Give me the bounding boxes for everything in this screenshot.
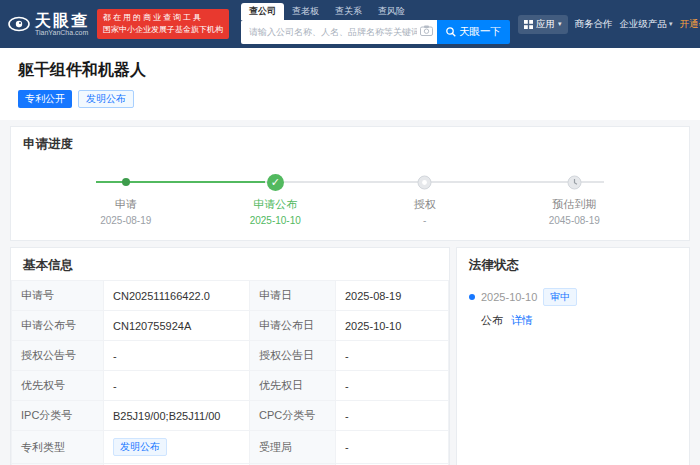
promo-banner-line1: 都在用的商业查询工具 (103, 12, 223, 24)
grid-icon (524, 20, 533, 29)
step-date: 2025-08-19 (51, 215, 201, 226)
progress-step-estimated-expiry: 预估到期 2045-08-19 (500, 173, 650, 226)
application-timeline: 申请 2025-08-19 ✓ 申请公布 2025-10-10 授权 - (11, 159, 689, 240)
step-date: - (350, 215, 500, 226)
legal-action-label: 公布 (481, 313, 503, 328)
logo-subtitle: TianYanCha.com (35, 29, 89, 36)
nav-label: 企业级产品 (620, 18, 668, 31)
info-label: 受理局 (250, 431, 336, 464)
info-value: 2025-10-10 (336, 311, 449, 341)
info-label: 申请公布日 (250, 311, 336, 341)
step-label: 申请 (51, 197, 201, 212)
search-tabs: 查公司 查老板 查关系 查风险 (241, 5, 510, 20)
info-value: 2025-08-19 (336, 281, 449, 311)
patent-type-badge: 发明公布 (113, 438, 167, 456)
table-row: 申请号 CN202511166422.0 申请日 2025-08-19 (12, 281, 449, 311)
tab-search-company[interactable]: 查公司 (241, 3, 284, 20)
tab-search-boss[interactable]: 查老板 (284, 3, 327, 20)
nav-label: 开通会员 (680, 18, 700, 31)
patent-title: 躯干组件和机器人 (18, 60, 682, 81)
table-row: IPC分类号 B25J19/00;B25J11/00 CPC分类号 - (12, 401, 449, 431)
info-value: CN120755924A (104, 311, 250, 341)
nav-enterprise-products[interactable]: 企业级产品 ▾ (620, 18, 673, 31)
search-input[interactable] (241, 20, 437, 44)
top-header: 天眼查 TianYanCha.com 都在用的商业查询工具 国家中小企业发展子基… (0, 0, 700, 48)
table-row: 授权公告号 - 授权公告日 - (12, 341, 449, 371)
section-title-legal-status: 法律状态 (457, 248, 689, 280)
done-dot-icon (122, 178, 130, 186)
info-value: - (104, 341, 250, 371)
info-label: 申请号 (12, 281, 104, 311)
search-icon (446, 27, 456, 37)
top-nav: 应用 ▾ 商务合作 企业级产品 ▾ 开通会员 ▾ 超级VIP ▾ (518, 15, 700, 34)
legal-status-item: 2025-10-10 审中 公布 详情 (457, 280, 689, 336)
info-label: 授权公告日 (250, 341, 336, 371)
nav-business-cooperation[interactable]: 商务合作 (575, 18, 613, 31)
info-value: - (336, 401, 449, 431)
step-label: 授权 (350, 197, 500, 212)
info-value: - (104, 371, 250, 401)
nav-label: 商务合作 (575, 18, 613, 31)
application-progress-card: 申请进度 申请 2025-08-19 ✓ 申请公布 2025-10-10 (10, 126, 690, 241)
legal-status-date: 2025-10-10 (481, 291, 537, 303)
info-label: 优先权日 (250, 371, 336, 401)
main-content: 基本信息 申请号 CN202511166422.0 申请日 2025-08-19… (10, 247, 690, 465)
info-value: - (336, 341, 449, 371)
progress-step-apply: 申请 2025-08-19 (51, 173, 201, 226)
patent-status-tag: 专利公开 (18, 90, 72, 108)
grant-badge-icon (417, 175, 432, 190)
info-label: 优先权号 (12, 371, 104, 401)
chevron-down-icon: ▾ (558, 20, 562, 28)
step-label: 预估到期 (500, 197, 650, 212)
expiry-clock-icon (567, 175, 582, 190)
basic-info-table: 申请号 CN202511166422.0 申请日 2025-08-19 申请公布… (11, 280, 449, 465)
info-label: 专利类型 (12, 431, 104, 464)
chevron-down-icon: ▾ (669, 20, 673, 28)
camera-icon[interactable] (420, 25, 433, 36)
info-label: 申请日 (250, 281, 336, 311)
step-date: 2025-10-10 (201, 215, 351, 226)
legal-status-card: 法律状态 2025-10-10 审中 公布 详情 (456, 247, 690, 465)
site-logo[interactable]: 天眼查 TianYanCha.com (8, 12, 89, 37)
patent-tags: 专利公开 发明公布 (18, 90, 682, 108)
table-row: 专利类型 发明公布 受理局 - (12, 431, 449, 464)
tianyancha-eye-icon (8, 13, 30, 35)
promo-banner-line2: 国家中小企业发展子基金旗下机构 (103, 24, 223, 36)
table-row: 申请公布号 CN120755924A 申请公布日 2025-10-10 (12, 311, 449, 341)
promo-banner: 都在用的商业查询工具 国家中小企业发展子基金旗下机构 (97, 9, 229, 40)
section-title-progress: 申请进度 (11, 127, 689, 159)
table-row: 优先权号 - 优先权日 - (12, 371, 449, 401)
section-title-basic-info: 基本信息 (11, 248, 449, 280)
step-label: 申请公布 (201, 197, 351, 212)
info-label: 授权公告号 (12, 341, 104, 371)
basic-info-card: 基本信息 申请号 CN202511166422.0 申请日 2025-08-19… (10, 247, 450, 465)
info-label: 申请公布号 (12, 311, 104, 341)
check-circle-icon: ✓ (267, 174, 284, 191)
logo-title: 天眼查 (35, 12, 89, 30)
info-value: CN202511166422.0 (104, 281, 250, 311)
apps-menu[interactable]: 应用 ▾ (518, 15, 568, 34)
step-date: 2045-08-19 (500, 215, 650, 226)
info-label: IPC分类号 (12, 401, 104, 431)
status-badge: 审中 (543, 288, 577, 306)
patent-type-tag: 发明公布 (78, 90, 134, 108)
search-button-label: 天眼一下 (459, 25, 501, 39)
search-area: 查公司 查老板 查关系 查风险 天眼一下 (241, 5, 510, 44)
progress-step-publication: ✓ 申请公布 2025-10-10 (201, 173, 351, 226)
search-button[interactable]: 天眼一下 (437, 20, 510, 44)
info-value: 发明公布 (104, 431, 250, 464)
bullet-dot-icon (469, 294, 475, 300)
progress-step-grant: 授权 - (350, 173, 500, 226)
detail-link[interactable]: 详情 (511, 313, 533, 328)
info-value: - (336, 431, 449, 464)
nav-open-membership[interactable]: 开通会员 ▾ (680, 18, 700, 31)
info-value: - (336, 371, 449, 401)
info-value: B25J19/00;B25J11/00 (104, 401, 250, 431)
tab-search-risk[interactable]: 查风险 (370, 3, 413, 20)
info-label: CPC分类号 (250, 401, 336, 431)
apps-menu-label: 应用 (536, 18, 555, 31)
tab-search-relation[interactable]: 查关系 (327, 3, 370, 20)
patent-header: 躯干组件和机器人 专利公开 发明公布 (0, 48, 700, 120)
